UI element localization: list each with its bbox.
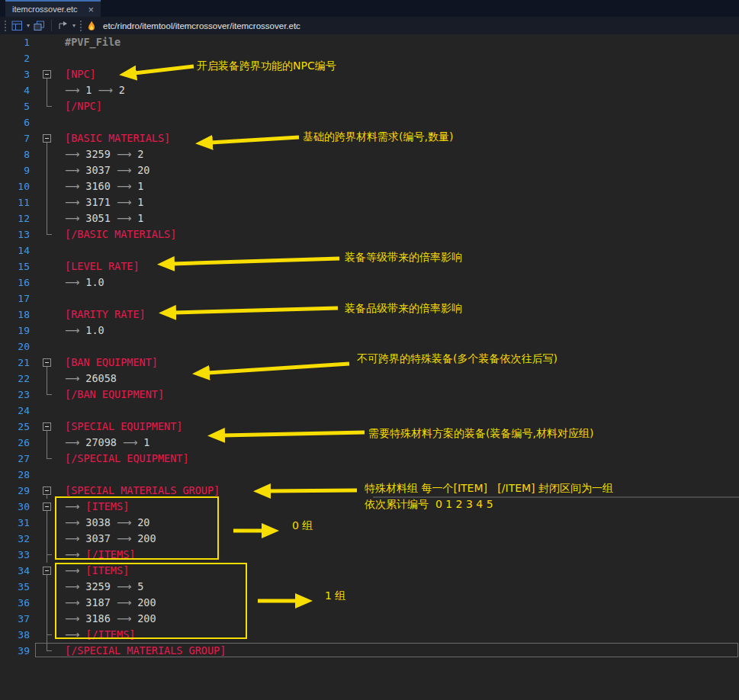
line-number[interactable]: 9 — [0, 162, 37, 178]
fold-toggle-icon[interactable] — [37, 66, 59, 82]
line-number[interactable]: 39 — [0, 643, 37, 659]
code-line[interactable]: 35⟶3259⟶5 — [0, 579, 739, 595]
code-line[interactable]: 4⟶1⟶2 — [0, 82, 739, 98]
line-number[interactable]: 13 — [0, 226, 37, 242]
line-number[interactable]: 29 — [0, 483, 37, 499]
line-number[interactable]: 20 — [0, 339, 37, 355]
line-number[interactable]: 8 — [0, 146, 37, 162]
line-number[interactable]: 10 — [0, 178, 37, 194]
code-editor[interactable]: 1#PVF_File23[NPC]4⟶1⟶25[/NPC]67[BASIC MA… — [0, 34, 739, 700]
code-line[interactable]: 13[/BASIC MATERIALS] — [0, 226, 739, 242]
code-line[interactable]: 14 — [0, 242, 739, 258]
code-line[interactable]: 18[RARITY RATE] — [0, 307, 739, 323]
line-number[interactable]: 34 — [0, 563, 37, 579]
windows-icon[interactable] — [34, 21, 45, 31]
code-line[interactable]: 24 — [0, 403, 739, 419]
code-line[interactable]: 38⟶[/ITEMS] — [0, 627, 739, 643]
line-number[interactable]: 24 — [0, 403, 37, 419]
line-number[interactable]: 7 — [0, 130, 37, 146]
line-number[interactable]: 6 — [0, 114, 37, 130]
line-number[interactable]: 19 — [0, 323, 37, 339]
code-line[interactable]: 25[SPECIAL EQUIPMENT] — [0, 419, 739, 435]
line-number[interactable]: 32 — [0, 531, 37, 547]
code-line[interactable]: 9⟶3037⟶20 — [0, 162, 739, 178]
line-number[interactable]: 16 — [0, 275, 37, 291]
fold-toggle-icon[interactable] — [37, 419, 59, 435]
code-line[interactable]: 37⟶3186⟶200 — [0, 611, 739, 627]
code-line[interactable]: 8⟶3259⟶2 — [0, 146, 739, 162]
code-line[interactable]: 26⟶27098⟶1 — [0, 435, 739, 451]
fold-toggle-icon[interactable] — [37, 483, 59, 499]
code-line[interactable]: 33⟶[/ITEMS] — [0, 547, 739, 563]
tab-arrow-icon: ⟶ — [65, 84, 79, 96]
line-number[interactable]: 25 — [0, 419, 37, 435]
panel-grid-icon[interactable] — [11, 21, 23, 31]
code-line[interactable]: 29[SPECIAL MATERIALS GROUP] — [0, 483, 739, 499]
line-number[interactable]: 26 — [0, 435, 37, 451]
code-line[interactable]: 39[/SPECIAL MATERIALS GROUP] — [0, 643, 739, 659]
code-line[interactable]: 20 — [0, 339, 739, 355]
code-line[interactable]: 30⟶[ITEMS] — [0, 499, 739, 515]
line-number[interactable]: 21 — [0, 355, 37, 371]
code-line[interactable]: 16⟶1.0 — [0, 275, 739, 291]
code-line[interactable]: 23[/BAN EQUIPMENT] — [0, 387, 739, 403]
code-line[interactable]: 27[/SPECIAL EQUIPMENT] — [0, 451, 739, 467]
line-number[interactable]: 31 — [0, 515, 37, 531]
code-line[interactable]: 31⟶3038⟶20 — [0, 515, 739, 531]
tab-close-icon[interactable]: × — [88, 5, 95, 14]
jump-icon[interactable] — [58, 21, 69, 31]
line-number[interactable]: 22 — [0, 371, 37, 387]
code-line[interactable]: 19⟶1.0 — [0, 323, 739, 339]
code-line[interactable]: 11⟶3171⟶1 — [0, 194, 739, 210]
line-number[interactable]: 33 — [0, 547, 37, 563]
code-line[interactable]: 36⟶3187⟶200 — [0, 595, 739, 611]
fold-toggle-icon[interactable] — [37, 499, 59, 515]
dropdown-caret-icon[interactable]: ▾ — [72, 22, 76, 29]
line-number[interactable]: 27 — [0, 451, 37, 467]
code-line[interactable]: 2 — [0, 50, 739, 66]
code-line[interactable]: 17 — [0, 291, 739, 307]
line-number[interactable]: 12 — [0, 210, 37, 226]
tab-itemcrossover[interactable]: itemcrossover.etc × — [5, 0, 101, 17]
line-number[interactable]: 23 — [0, 387, 37, 403]
file-path[interactable]: etc/rindro/itemtool/itemcrossover/itemcr… — [103, 21, 300, 31]
code-line[interactable]: 32⟶3037⟶200 — [0, 531, 739, 547]
code-line[interactable]: 5[/NPC] — [0, 98, 739, 114]
line-number[interactable]: 15 — [0, 258, 37, 275]
code-line[interactable]: 7[BASIC MATERIALS] — [0, 130, 739, 146]
line-number[interactable]: 2 — [0, 50, 37, 66]
code-tag: [/NPC] — [65, 100, 102, 112]
dropdown-caret-icon[interactable]: ▾ — [27, 22, 30, 29]
fold-guide — [37, 611, 59, 627]
code-line[interactable]: 15[LEVEL RATE] — [0, 258, 739, 275]
line-number[interactable]: 35 — [0, 579, 37, 595]
line-number[interactable]: 18 — [0, 307, 37, 323]
code-line[interactable]: 22⟶26058 — [0, 371, 739, 387]
line-number[interactable]: 37 — [0, 611, 37, 627]
toolbar-grip[interactable] — [79, 20, 83, 31]
code-line[interactable]: 10⟶3160⟶1 — [0, 178, 739, 194]
fold-toggle-icon[interactable] — [37, 130, 59, 146]
line-number[interactable]: 4 — [0, 82, 37, 98]
line-number[interactable]: 30 — [0, 499, 37, 515]
toolbar-grip[interactable] — [4, 20, 8, 31]
line-number[interactable]: 28 — [0, 467, 37, 483]
line-number[interactable]: 14 — [0, 242, 37, 258]
line-number[interactable]: 17 — [0, 291, 37, 307]
line-number[interactable]: 5 — [0, 98, 37, 114]
fold-guide — [37, 34, 59, 50]
code-line[interactable]: 3[NPC] — [0, 66, 739, 82]
fold-toggle-icon[interactable] — [37, 355, 59, 371]
code-line[interactable]: 21[BAN EQUIPMENT] — [0, 355, 739, 371]
code-line[interactable]: 6 — [0, 114, 739, 130]
fold-toggle-icon[interactable] — [37, 563, 59, 579]
code-line[interactable]: 34⟶[ITEMS] — [0, 563, 739, 579]
code-line[interactable]: 28 — [0, 467, 739, 483]
code-line[interactable]: 12⟶3051⟶1 — [0, 210, 739, 226]
line-number[interactable]: 36 — [0, 595, 37, 611]
line-number[interactable]: 1 — [0, 34, 37, 50]
line-number[interactable]: 3 — [0, 66, 37, 82]
code-line[interactable]: 1#PVF_File — [0, 34, 739, 50]
line-number[interactable]: 38 — [0, 627, 37, 643]
line-number[interactable]: 11 — [0, 194, 37, 210]
